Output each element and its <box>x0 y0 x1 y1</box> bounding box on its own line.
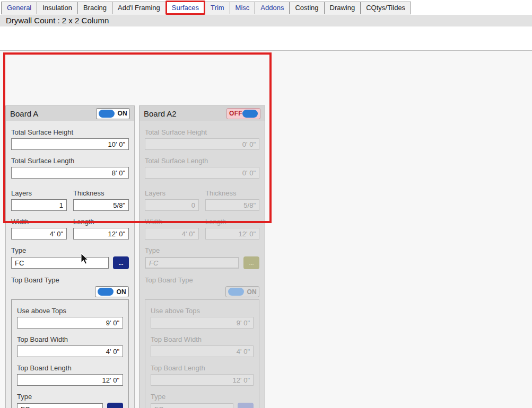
top-board-length-input[interactable] <box>17 374 123 386</box>
use-above-tops-label: Use above Tops <box>17 307 123 315</box>
top-board-width-input <box>151 345 254 357</box>
total-surface-length-input[interactable] <box>11 167 129 179</box>
total-surface-height-label: Total Surface Height <box>11 128 129 136</box>
board-a-enable-toggle[interactable]: ON <box>96 108 130 119</box>
use-above-tops-label: Use above Tops <box>151 307 254 315</box>
top-board-width-label: Top Board Width <box>151 335 254 343</box>
toggle-state-label: OFF <box>229 110 242 117</box>
top-board-type-input[interactable] <box>17 403 103 408</box>
type-input[interactable] <box>11 257 109 269</box>
tab-drawing[interactable]: Drawing <box>324 2 361 14</box>
layers-input <box>145 199 199 211</box>
total-surface-length-label: Total Surface Length <box>145 157 259 165</box>
layers-label: Layers <box>11 189 67 197</box>
type-browse-button[interactable]: ... <box>113 256 129 269</box>
use-above-tops-input <box>151 317 254 329</box>
top-board-groupbox: Use above Tops Top Board Width Top Board… <box>145 299 259 408</box>
board-a2-enable-toggle[interactable]: OFF <box>226 108 260 119</box>
tab-addl-framing[interactable]: Add'l Framing <box>112 2 166 14</box>
thickness-input <box>205 199 259 211</box>
top-board-type-browse-button: ... <box>238 403 254 408</box>
top-board-length-label: Top Board Length <box>151 364 254 372</box>
thickness-label: Thickness <box>73 189 129 197</box>
drywall-count-window: General Insulation Bracing Add'l Framing… <box>0 0 532 408</box>
type-browse-button: ... <box>243 256 259 269</box>
top-board-type-field-label: Type <box>151 393 254 401</box>
tab-surfaces[interactable]: Surfaces <box>165 1 205 15</box>
tab-bracing[interactable]: Bracing <box>77 2 112 14</box>
length-label: Length <box>205 218 259 226</box>
toggle-knob-icon <box>99 110 115 118</box>
total-surface-height-input[interactable] <box>11 138 129 150</box>
top-board-type-label: Top Board Type <box>11 276 129 284</box>
thickness-input[interactable] <box>73 199 129 211</box>
thickness-label: Thickness <box>205 189 259 197</box>
toggle-state-label: ON <box>117 110 127 117</box>
tab-addons[interactable]: Addons <box>255 2 290 14</box>
top-board-type-toggle: ON <box>225 286 259 297</box>
width-input <box>145 228 199 240</box>
top-board-type-toggle[interactable]: ON <box>95 286 129 297</box>
length-label: Length <box>73 218 129 226</box>
top-board-type-field-label: Type <box>17 393 123 401</box>
use-above-tops-input[interactable] <box>17 317 123 329</box>
tab-bar: General Insulation Bracing Add'l Framing… <box>0 0 532 15</box>
width-label: Width <box>11 218 67 226</box>
tab-general[interactable]: General <box>1 2 37 14</box>
top-board-type-input <box>151 403 233 408</box>
tab-trim[interactable]: Trim <box>205 2 230 14</box>
top-board-groupbox: Use above Tops Top Board Width Top Board… <box>11 299 129 408</box>
type-label: Type <box>11 246 129 254</box>
toggle-knob-icon <box>228 288 244 296</box>
board-a2-header: Board A2 OFF <box>139 106 265 121</box>
top-board-length-input <box>151 374 254 386</box>
top-board-type-browse-button[interactable]: ... <box>107 403 123 408</box>
toggle-knob-icon <box>98 288 114 296</box>
width-input[interactable] <box>11 228 67 240</box>
total-surface-length-label: Total Surface Length <box>11 157 129 165</box>
surfaces-tab-content: Board A ON Total Surface Height Total Su… <box>0 50 532 408</box>
width-label: Width <box>145 218 199 226</box>
tab-cqtys-tildes[interactable]: CQtys/Tildes <box>360 2 411 14</box>
layers-input[interactable] <box>11 199 67 211</box>
toggle-knob-icon <box>242 110 258 118</box>
page-title: Drywall Count : 2 x 2 Column <box>0 15 532 26</box>
board-a2-title: Board A2 <box>144 109 177 118</box>
tab-misc[interactable]: Misc <box>230 2 256 14</box>
total-surface-length-input <box>145 167 259 179</box>
top-board-length-label: Top Board Length <box>17 364 123 372</box>
total-surface-height-label: Total Surface Height <box>145 128 259 136</box>
tab-costing[interactable]: Costing <box>289 2 324 14</box>
board-a-header: Board A ON <box>6 106 134 121</box>
total-surface-height-input <box>145 138 259 150</box>
toggle-state-label: ON <box>247 288 257 296</box>
length-input[interactable] <box>73 228 129 240</box>
board-a2-panel: Board A2 OFF Total Surface Height Total … <box>139 105 265 408</box>
length-input <box>205 228 259 240</box>
board-a-title: Board A <box>10 109 38 118</box>
toggle-state-label: ON <box>116 288 126 296</box>
top-board-type-label: Top Board Type <box>145 276 259 284</box>
board-a-body: Total Surface Height Total Surface Lengt… <box>6 121 134 408</box>
type-label: Type <box>145 246 259 254</box>
board-a2-body: Total Surface Height Total Surface Lengt… <box>139 121 265 408</box>
layers-label: Layers <box>145 189 199 197</box>
type-input-highlighted <box>145 257 239 269</box>
top-board-width-input[interactable] <box>17 345 123 357</box>
top-board-width-label: Top Board Width <box>17 335 123 343</box>
tab-insulation[interactable]: Insulation <box>37 2 78 14</box>
board-a-panel: Board A ON Total Surface Height Total Su… <box>5 105 135 408</box>
